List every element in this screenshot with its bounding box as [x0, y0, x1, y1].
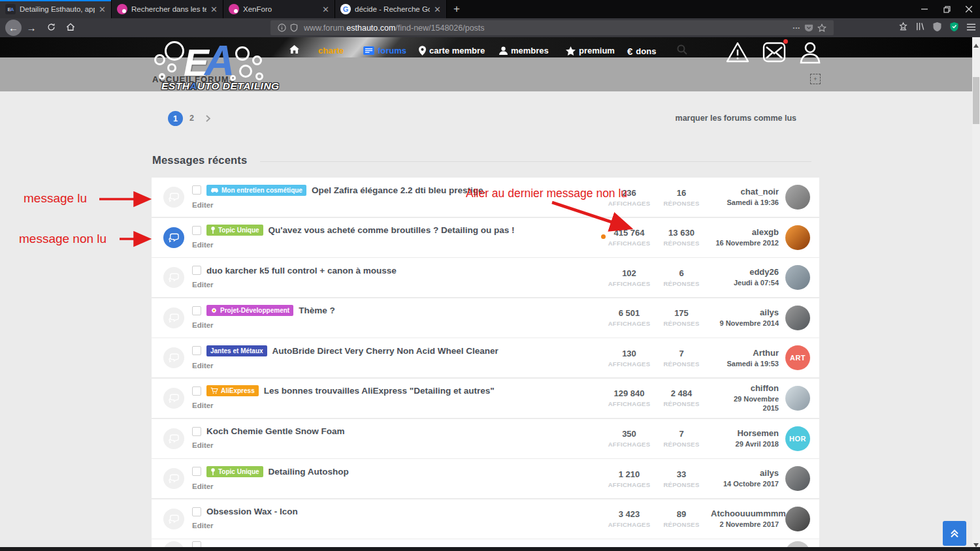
- thread-title[interactable]: Obsession Wax - Icon: [206, 507, 298, 516]
- thread-title[interactable]: Les bonnes trouvailles AliExpress "Detai…: [264, 386, 495, 396]
- tab-close-icon[interactable]: ✕: [210, 5, 218, 14]
- read-status-icon[interactable]: [163, 428, 184, 449]
- avatar[interactable]: [785, 466, 810, 491]
- username[interactable]: chat_noir: [711, 187, 779, 197]
- browser-tab-xenforo[interactable]: XenForo ✕: [223, 0, 335, 18]
- post-date[interactable]: 16 Novembre 2012: [711, 239, 779, 248]
- site-info-icon[interactable]: [278, 24, 286, 32]
- username[interactable]: ailys: [711, 468, 779, 478]
- save-bookmark-icon[interactable]: [898, 22, 908, 34]
- avatar[interactable]: HOR: [785, 426, 810, 451]
- thread-title[interactable]: AutoBride Direct Very Cherry Non Acid Wh…: [272, 346, 498, 356]
- post-date[interactable]: 29 Avril 2018: [711, 440, 779, 449]
- nav-membres[interactable]: membres: [499, 46, 549, 55]
- thread-label[interactable]: Topic Unique: [206, 225, 263, 236]
- thread-title[interactable]: Detailing Autoshop: [269, 467, 349, 477]
- post-date[interactable]: 29 Novembre 2015: [711, 395, 779, 413]
- read-status-icon[interactable]: [163, 388, 184, 409]
- forward-button[interactable]: →: [22, 22, 41, 33]
- username[interactable]: eddy26: [711, 267, 779, 277]
- scroll-up-icon[interactable]: [973, 39, 979, 50]
- read-status-icon[interactable]: [163, 541, 184, 547]
- avatar[interactable]: ART: [785, 345, 810, 370]
- home-button[interactable]: [61, 22, 80, 33]
- thread-title[interactable]: Koch Chemie Gentle Snow Foam: [206, 426, 345, 436]
- post-date[interactable]: Samedi à 19:36: [711, 198, 779, 208]
- library-icon[interactable]: [915, 22, 925, 34]
- browser-tab-templates[interactable]: Rechercher dans les templates ✕: [112, 0, 223, 18]
- thread-title[interactable]: duo karcher k5 full control + canon à mo…: [206, 266, 397, 276]
- back-button[interactable]: ←: [5, 20, 22, 36]
- nav-dons[interactable]: € dons: [627, 46, 656, 57]
- post-date[interactable]: 9 Novembre 2014: [711, 319, 779, 328]
- mark-forums-read-link[interactable]: marquer les forums comme lus: [676, 114, 796, 123]
- tab-close-icon[interactable]: ✕: [99, 5, 106, 14]
- username[interactable]: ailys: [711, 307, 779, 317]
- read-status-icon[interactable]: [163, 227, 184, 248]
- select-checkbox[interactable]: [192, 266, 201, 275]
- post-date[interactable]: 2 Novembre 2017: [711, 520, 779, 529]
- thread-label[interactable]: Topic Unique: [206, 466, 263, 477]
- thread-title[interactable]: Opel Zafira élégance 2.2 dti bleu presti…: [312, 185, 485, 195]
- edit-link[interactable]: Editer: [192, 241, 214, 249]
- edit-link[interactable]: Editer: [192, 281, 214, 289]
- nav-carte-membre[interactable]: carte membre: [419, 46, 485, 55]
- menu-icon[interactable]: [966, 22, 976, 34]
- thread-label[interactable]: AliExpress: [206, 385, 259, 396]
- select-checkbox[interactable]: [192, 507, 201, 516]
- tracking-protection-shield-icon[interactable]: [932, 22, 942, 35]
- thread-title[interactable]: Thème ?: [299, 306, 335, 315]
- browser-tab-google[interactable]: G décide - Recherche Google ✕: [335, 0, 447, 18]
- avatar[interactable]: [785, 306, 810, 330]
- minimize-button[interactable]: [913, 0, 936, 18]
- nav-search-icon[interactable]: [677, 44, 687, 57]
- avatar[interactable]: [785, 225, 810, 250]
- url-text[interactable]: www.forum.esthauto.com/find-new/1548026/…: [304, 24, 791, 33]
- avatar[interactable]: [785, 265, 810, 290]
- permissions-shield-icon[interactable]: [290, 24, 298, 32]
- close-button[interactable]: [958, 0, 980, 18]
- edit-link[interactable]: Editer: [192, 362, 214, 370]
- page-scrollbar[interactable]: [972, 37, 980, 547]
- username[interactable]: alexgb: [711, 227, 779, 237]
- new-tab-button[interactable]: +: [447, 0, 466, 18]
- nav-premium[interactable]: premium: [566, 46, 615, 55]
- browser-tab-esthauto[interactable]: EA Detailing Esthauto, apprendre l ✕: [0, 0, 112, 18]
- read-status-icon[interactable]: [163, 307, 184, 328]
- avatar[interactable]: [785, 541, 810, 547]
- pagination-page-1[interactable]: 1: [168, 111, 183, 126]
- bookmark-star-icon[interactable]: [817, 24, 826, 33]
- pagination-page-2[interactable]: 2: [189, 114, 194, 123]
- thread-label[interactable]: Projet-Développement: [206, 305, 293, 316]
- edit-link[interactable]: Editer: [192, 201, 214, 209]
- pagination-next-icon[interactable]: [206, 113, 210, 125]
- tab-close-icon[interactable]: ✕: [434, 5, 441, 14]
- select-checkbox[interactable]: [192, 427, 201, 436]
- username[interactable]: Arthur: [711, 348, 779, 358]
- site-logo-text[interactable]: ESTHAUTO DETAILING: [161, 80, 280, 92]
- post-date[interactable]: 14 Octobre 2017: [711, 480, 779, 489]
- avatar[interactable]: [785, 185, 810, 210]
- nav-home-icon[interactable]: [289, 44, 299, 56]
- url-bar[interactable]: www.forum.esthauto.com/find-new/1548026/…: [270, 20, 834, 35]
- username[interactable]: Atchoouuummmm: [711, 509, 779, 518]
- nav-charte[interactable]: charte: [318, 46, 344, 55]
- avatar[interactable]: [785, 507, 810, 531]
- edit-link[interactable]: Editer: [192, 321, 214, 329]
- antivirus-shield-icon[interactable]: [949, 22, 959, 35]
- username[interactable]: Horsemen: [711, 428, 779, 438]
- post-date[interactable]: Samedi à 19:53: [711, 360, 779, 369]
- restore-button[interactable]: [936, 0, 958, 18]
- dashed-select-icon[interactable]: +: [810, 74, 821, 84]
- tab-close-icon[interactable]: ✕: [322, 5, 329, 14]
- pocket-icon[interactable]: [804, 24, 813, 33]
- scroll-to-top-button[interactable]: [943, 521, 966, 546]
- messages-envelope-icon[interactable]: [762, 40, 787, 67]
- unread-jump-dot[interactable]: [601, 234, 606, 239]
- select-checkbox[interactable]: [192, 541, 201, 547]
- edit-link[interactable]: Editer: [192, 401, 214, 409]
- select-checkbox[interactable]: [192, 346, 201, 355]
- thread-title[interactable]: Qu'avez vous acheté comme broutilles ? D…: [269, 225, 515, 235]
- read-status-icon[interactable]: [163, 187, 184, 208]
- page-actions-icon[interactable]: •••: [793, 25, 800, 31]
